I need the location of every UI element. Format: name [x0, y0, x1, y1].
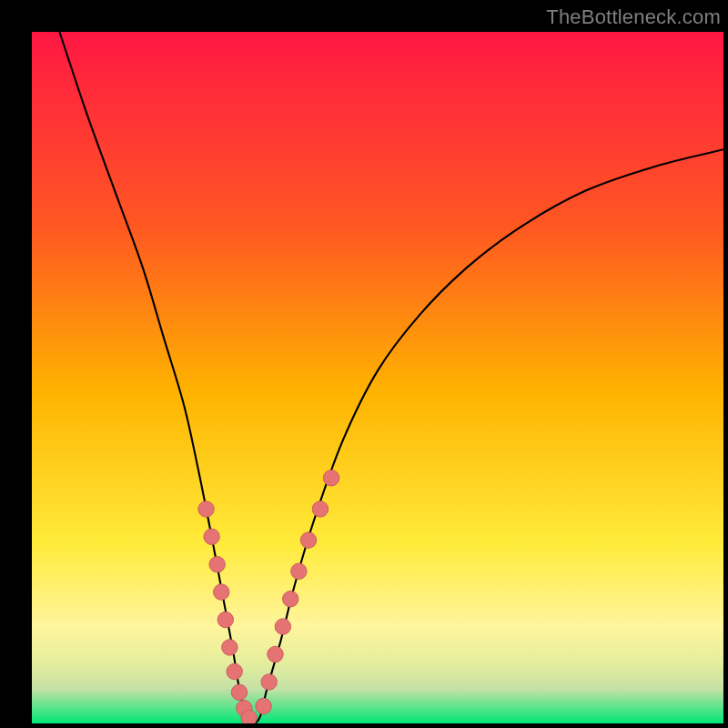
bottleneck-curve — [59, 32, 723, 723]
watermark-text: TheBottleneck.com — [546, 5, 721, 29]
data-marker — [291, 563, 307, 579]
data-marker — [222, 640, 238, 655]
data-marker — [300, 532, 316, 548]
markers-right — [256, 470, 339, 713]
data-marker — [198, 501, 214, 517]
data-marker — [256, 698, 271, 713]
data-marker — [283, 591, 298, 606]
data-marker — [214, 584, 229, 600]
data-marker — [204, 529, 219, 544]
data-marker — [275, 619, 290, 634]
data-marker — [241, 710, 257, 723]
data-marker — [231, 684, 247, 700]
data-marker — [209, 556, 225, 571]
chart-frame: TheBottleneck.com — [0, 0, 728, 728]
data-marker — [268, 646, 283, 662]
plot-area — [32, 32, 723, 723]
curve-layer — [32, 32, 723, 723]
data-marker — [227, 663, 242, 679]
data-marker — [312, 501, 328, 517]
data-marker — [323, 470, 339, 485]
markers-left — [198, 501, 258, 723]
data-marker — [261, 674, 277, 690]
data-marker — [217, 612, 233, 627]
